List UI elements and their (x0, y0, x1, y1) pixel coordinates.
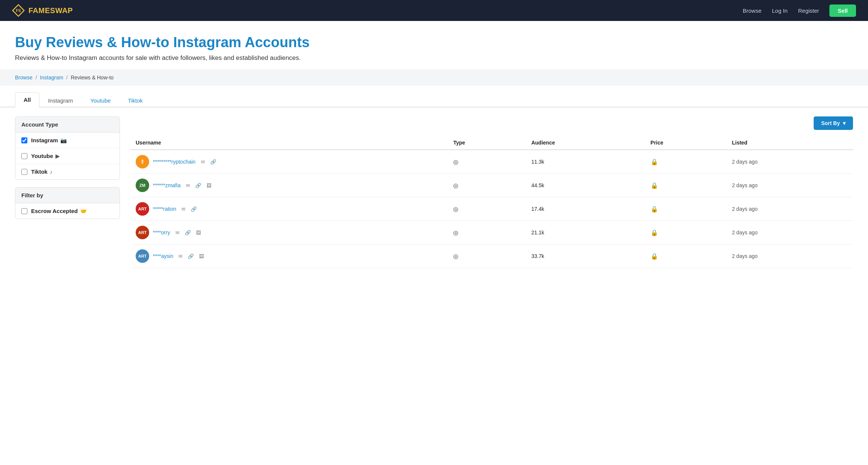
browse-link[interactable]: Browse (743, 7, 762, 14)
avatar-1: ZM (136, 179, 149, 192)
listed-cell-3: 2 days ago (727, 221, 853, 244)
link-icon-2: 🔗 (191, 206, 197, 212)
navbar: FS FAMESWAP Browse Log In Register Sell (0, 0, 868, 21)
sort-button[interactable]: Sort By ▾ (814, 116, 853, 130)
avatar-2: ART (136, 202, 149, 216)
price-cell-3: 🔒 (645, 221, 727, 244)
price-cell-4: 🔒 (645, 244, 727, 268)
username-cell-4[interactable]: ART ****aysin ✉ 🔗 🖼 (130, 244, 448, 268)
avatar-0: ₿ (136, 155, 149, 168)
email-icon-4: ✉ (178, 253, 183, 259)
username-cell-3[interactable]: ART ****orry ✉ 🔗 🖼 (130, 221, 448, 244)
tab-all[interactable]: All (15, 92, 39, 107)
col-price: Price (645, 136, 727, 150)
filter-by-section: Filter by Escrow Accepted 🤝 (15, 187, 120, 219)
tab-youtube[interactable]: Youtube (82, 93, 120, 107)
type-cell-2: ◎ (448, 197, 526, 221)
username-text-4[interactable]: ****aysin (153, 253, 173, 259)
link-icon-3: 🔗 (185, 230, 191, 235)
audience-cell-4: 33.7k (526, 244, 645, 268)
page-subtitle: Reviews & How-to Instagram accounts for … (15, 54, 853, 62)
sidebar: Account Type Instagram 📷 Youtube ▶ Tikto… (15, 116, 120, 227)
table-row[interactable]: ART ****aysin ✉ 🔗 🖼 ◎ 33.7k 🔒 2 days ago (130, 244, 853, 268)
image-icon-4: 🖼 (199, 253, 204, 259)
account-type-header: Account Type (15, 117, 120, 133)
tiktok-label[interactable]: Tiktok ♪ (31, 168, 52, 175)
content-toolbar: Sort By ▾ (130, 116, 853, 130)
audience-cell-0: 11.3k (526, 150, 645, 174)
type-instagram-icon-3: ◎ (453, 230, 458, 236)
instagram-label[interactable]: Instagram 📷 (31, 137, 67, 143)
logo-icon: FS (12, 4, 25, 17)
username-cell-2[interactable]: ART *****ration ✉ 🔗 (130, 197, 448, 221)
sidebar-escrow-item[interactable]: Escrow Accepted 🤝 (15, 203, 120, 219)
username-text-0[interactable]: *********ryptochain (153, 159, 196, 165)
avatar-3: ART (136, 226, 149, 239)
price-cell-0: 🔒 (645, 150, 727, 174)
filter-by-header: Filter by (15, 188, 120, 203)
tiktok-icon: ♪ (50, 169, 52, 175)
login-link[interactable]: Log In (772, 7, 788, 14)
sidebar-instagram-item[interactable]: Instagram 📷 (15, 133, 120, 148)
breadcrumb-instagram[interactable]: Instagram (40, 75, 63, 80)
link-icon-4: 🔗 (188, 253, 194, 259)
navbar-links: Browse Log In Register Sell (743, 4, 856, 17)
username-text-2[interactable]: *****ration (153, 206, 176, 212)
breadcrumb: Browse / Instagram / Reviews & How-to (0, 69, 868, 86)
listed-cell-2: 2 days ago (727, 197, 853, 221)
email-icon-2: ✉ (181, 206, 186, 212)
logo-link[interactable]: FS FAMESWAP (12, 4, 73, 17)
lock-icon-1: 🔒 (651, 182, 658, 189)
youtube-label[interactable]: Youtube ▶ (31, 153, 60, 159)
table-row[interactable]: ART ****orry ✉ 🔗 🖼 ◎ 21.1k 🔒 2 days ago (130, 221, 853, 244)
table-row[interactable]: ₿ *********ryptochain ✉ 🔗 ◎ 11.3k 🔒 2 da… (130, 150, 853, 174)
breadcrumb-current: Reviews & How-to (71, 75, 114, 80)
listings-table: Username Type Audience Price Listed ₿ **… (130, 136, 853, 268)
col-type: Type (448, 136, 526, 150)
email-icon-3: ✉ (175, 230, 180, 235)
username-text-3[interactable]: ****orry (153, 230, 170, 235)
sidebar-youtube-item[interactable]: Youtube ▶ (15, 148, 120, 164)
table-header-row: Username Type Audience Price Listed (130, 136, 853, 150)
breadcrumb-browse[interactable]: Browse (15, 75, 33, 80)
type-cell-4: ◎ (448, 244, 526, 268)
type-instagram-icon-0: ◎ (453, 159, 458, 165)
escrow-label[interactable]: Escrow Accepted 🤝 (31, 208, 87, 214)
username-text-1[interactable]: ******zmafia (153, 182, 181, 188)
col-username: Username (130, 136, 448, 150)
username-cell-1[interactable]: ZM ******zmafia ✉ 🔗 🖼 (130, 174, 448, 197)
logo-text: FAMESWAP (28, 6, 73, 15)
price-cell-1: 🔒 (645, 174, 727, 197)
audience-cell-1: 44.5k (526, 174, 645, 197)
sidebar-tiktok-item[interactable]: Tiktok ♪ (15, 164, 120, 179)
username-cell-0[interactable]: ₿ *********ryptochain ✉ 🔗 (130, 150, 448, 174)
sell-button[interactable]: Sell (829, 4, 856, 17)
hero-section: Buy Reviews & How-to Instagram Accounts … (0, 21, 868, 69)
email-icon-0: ✉ (201, 159, 205, 165)
lock-icon-4: 🔒 (651, 253, 658, 259)
page-title: Buy Reviews & How-to Instagram Accounts (15, 34, 853, 51)
content-area: Sort By ▾ Username Type Audience Price L… (130, 116, 853, 268)
col-audience: Audience (526, 136, 645, 150)
escrow-icon: 🤝 (80, 208, 87, 214)
avatar-4: ART (136, 249, 149, 263)
sort-label: Sort By (821, 120, 840, 126)
type-cell-0: ◎ (448, 150, 526, 174)
lock-icon-0: 🔒 (651, 159, 658, 165)
col-listed: Listed (727, 136, 853, 150)
listed-cell-4: 2 days ago (727, 244, 853, 268)
tab-tiktok[interactable]: Tiktok (119, 93, 151, 107)
instagram-icon: 📷 (60, 137, 67, 143)
escrow-checkbox[interactable] (21, 208, 27, 214)
tiktok-checkbox[interactable] (21, 169, 27, 175)
register-link[interactable]: Register (798, 7, 819, 14)
table-row[interactable]: ART *****ration ✉ 🔗 ◎ 17.4k 🔒 2 days ago (130, 197, 853, 221)
youtube-checkbox[interactable] (21, 153, 27, 159)
instagram-checkbox[interactable] (21, 137, 27, 143)
account-type-section: Account Type Instagram 📷 Youtube ▶ Tikto… (15, 116, 120, 180)
link-icon-0: 🔗 (210, 159, 216, 165)
type-instagram-icon-2: ◎ (453, 206, 458, 212)
image-icon-3: 🖼 (196, 230, 201, 235)
tab-instagram[interactable]: Instagram (39, 93, 82, 107)
table-row[interactable]: ZM ******zmafia ✉ 🔗 🖼 ◎ 44.5k 🔒 2 days a… (130, 174, 853, 197)
